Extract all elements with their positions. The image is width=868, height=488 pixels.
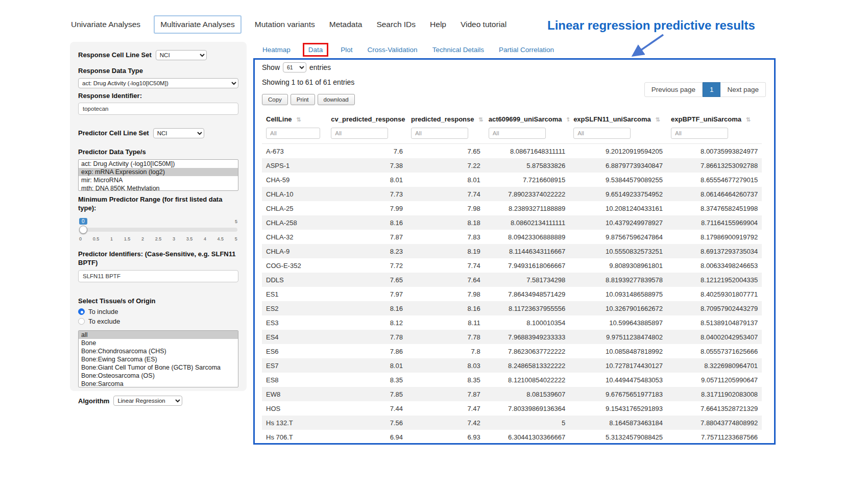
cell-line-cell: CHLA-9 [262,244,327,258]
previous-page-button[interactable]: Previous page [644,82,703,97]
column-filter-input[interactable] [411,128,468,139]
column-header-label: expBPTF_uniSarcoma [671,115,741,123]
table-action-button[interactable]: download [318,94,355,105]
sort-icon[interactable]: ⇅ [296,116,301,123]
predictor-cell-line-set-select[interactable]: NCI [153,128,204,138]
table-action-button[interactable]: Print [291,94,315,105]
sort-icon[interactable]: ⇅ [478,116,483,123]
predicted-response-cell: 8.16 [407,301,485,315]
listbox-option[interactable]: all [79,331,238,339]
algorithm-select[interactable]: Linear Regression [113,396,182,406]
expbptf-unisarcoma-cell: 8.69137293735034 [667,244,762,258]
listbox-option[interactable]: Bone [79,339,238,347]
min-predictor-range-slider[interactable]: 0 5 0 0.5 1 1.5 2 2.5 3 3.5 4 [79,221,237,247]
table-row[interactable]: ES4 7.78 7.78 7.96883949233333 9.9751123… [262,330,762,344]
response-data-type-select[interactable]: act: Drug Activity (-log10[IC50M]) [78,78,238,88]
sort-icon[interactable]: ⇅ [746,116,751,123]
tissue-radio-option[interactable]: To exclude [78,318,238,325]
sort-icon[interactable]: ⇅ [655,116,660,123]
table-row[interactable]: CHLA-9 8.23 8.19 8.11446343116667 10.555… [262,244,762,258]
table-row[interactable]: ES1 7.97 7.98 7.86434948571429 10.093148… [262,287,762,301]
cv-predicted-response-cell: 7.85 [327,387,407,401]
listbox-option[interactable]: Bone:Osteosarcoma (OS) [79,372,238,380]
table-row[interactable]: CHLA-10 7.73 7.74 7.89023374022222 9.651… [262,187,762,201]
expbptf-unisarcoma-cell: 8.65554677279015 [667,173,762,187]
table-row[interactable]: HOS 7.44 7.47 7.80339869136364 9.1543176… [262,401,762,416]
table-row[interactable]: Hs 132.T 7.56 7.42 5 8.1645873463184 7.8… [262,416,762,430]
listbox-option[interactable]: act: Drug Activity (-log10[IC50M]) [79,160,238,168]
column-filter-input[interactable] [266,128,320,139]
listbox-option[interactable]: Bone:Ewing Sarcoma (ES) [79,355,238,363]
table-row[interactable]: ES6 7.86 7.8 7.86230637722222 10.0858487… [262,344,762,358]
nav-item[interactable]: Help [429,16,447,33]
table-row[interactable]: ES8 8.35 8.35 8.12100854022222 10.449447… [262,373,762,387]
column-filter-input[interactable] [489,128,546,139]
radio-icon[interactable] [78,308,85,315]
listbox-option[interactable]: Bone:Chondrosarcoma (CHS) [79,347,238,355]
column-filter-input[interactable] [573,128,631,139]
nav-item[interactable]: Univariate Analyses [70,16,141,33]
nav-item[interactable]: Mutation variants [254,16,316,33]
table-row[interactable]: CHLA-258 8.16 8.18 8.08602134111111 10.4… [262,215,762,230]
tissue-listbox[interactable]: all Bone Bone:Chondrosarcoma (CHS) Bone:… [78,330,238,387]
listbox-option[interactable]: mth: DNA 850K Methylation [79,184,238,191]
result-tab[interactable]: Heatmap [262,44,291,56]
result-tab[interactable]: Partial Correlation [498,44,554,56]
predicted-response-cell: 7.64 [407,273,485,287]
column-header[interactable]: expBPTF_uniSarcoma ⇅ [667,111,762,127]
result-tab[interactable]: Plot [340,44,353,56]
column-header[interactable]: predicted_response ⇅ [407,111,485,127]
table-row[interactable]: Hs 706.T 6.94 6.93 6.30441303366667 5.31… [262,430,762,444]
nav-item[interactable]: Search IDs [375,16,417,33]
nav-item[interactable]: Metadata [328,16,364,33]
table-row[interactable]: CHLA-32 7.87 7.83 8.09423306888889 9.875… [262,230,762,244]
result-tab[interactable]: Cross-Validation [367,44,418,56]
radio-icon[interactable] [78,318,85,325]
table-row[interactable]: ES3 8.12 8.11 8.100010354 10.59964388589… [262,315,762,330]
table-row[interactable]: CHA-59 8.01 8.01 7.7216608915 9.53844579… [262,173,762,187]
table-row[interactable]: DDLS 7.65 7.64 7.581734298 8.81939277839… [262,273,762,287]
slider-track[interactable] [79,228,237,232]
predictor-identifiers-input[interactable] [78,270,238,282]
slider-handle[interactable] [79,226,87,234]
response-cell-line-set-select[interactable]: NCI [156,50,207,60]
column-filter-input[interactable] [671,128,728,139]
sort-icon[interactable]: ⇅ [566,116,569,123]
table-row[interactable]: ES2 8.16 8.16 8.11723637955556 10.326790… [262,301,762,315]
predictor-identifiers-label: Predictor Identifiers: (Case-Sensitive, … [78,250,238,267]
result-tab[interactable]: Technical Details [432,44,485,56]
response-identifier-input[interactable] [78,103,238,115]
table-action-button[interactable]: Copy [262,94,288,105]
tissue-radio-option[interactable]: To include [78,308,238,315]
predictor-data-type-listbox[interactable]: act: Drug Activity (-log10[IC50M]) exp: … [78,159,238,191]
nav-item[interactable]: Multivariate Analyses [154,15,242,34]
table-row[interactable]: ASPS-1 7.38 7.22 5.875833826 6.887977393… [262,158,762,173]
listbox-option[interactable]: Bone:Giant Cell Tumor of Bone (GCTB) Sar… [79,363,238,372]
listbox-option[interactable]: exp: mRNA Expression (log2) [79,168,238,176]
column-filter-input[interactable] [331,128,388,139]
column-header[interactable]: expSLFN11_uniSarcoma ⇅ [569,111,667,127]
column-header[interactable]: cv_predicted_response ⇅ [327,111,407,127]
listbox-option[interactable]: Bone:Sarcoma [79,380,238,387]
expbptf-unisarcoma-cell: 8.04002042953407 [667,330,762,344]
slider-tick-label: 4.5 [218,236,224,241]
expbptf-unisarcoma-cell: 7.75711233687566 [667,430,762,444]
listbox-option[interactable]: mir: MicroRNA [79,176,238,184]
table-row[interactable]: COG-E-352 7.72 7.74 7.94931618066667 9.8… [262,258,762,273]
table-row[interactable]: EW8 7.85 7.87 8.081539607 9.676756519771… [262,387,762,401]
table-row[interactable]: A-673 7.6 7.65 8.08671648311111 9.201209… [262,144,762,159]
nav-item[interactable]: Video tutorial [460,16,508,33]
entries-count-select[interactable]: 61 [283,62,306,72]
result-tab[interactable]: Data [303,43,329,57]
column-header[interactable]: CellLine ⇅ [262,111,327,127]
cell-line-cell: COG-E-352 [262,258,327,273]
next-page-button[interactable]: Next page [720,82,766,97]
current-page-button[interactable]: 1 [703,82,721,97]
table-row[interactable]: ES7 8.01 8.03 8.24865813322222 10.727817… [262,358,762,373]
predicted-response-cell: 7.8 [407,344,485,358]
column-header-label: predicted_response [411,115,474,123]
table-row[interactable]: CHLA-25 7.99 7.98 8.23893271188889 10.20… [262,201,762,215]
column-header[interactable]: act609699_uniSarcoma ⇅ [485,111,569,127]
cell-line-cell: DDLS [262,273,327,287]
expslfn11-unisarcoma-cell: 9.8089308961801 [569,258,667,273]
